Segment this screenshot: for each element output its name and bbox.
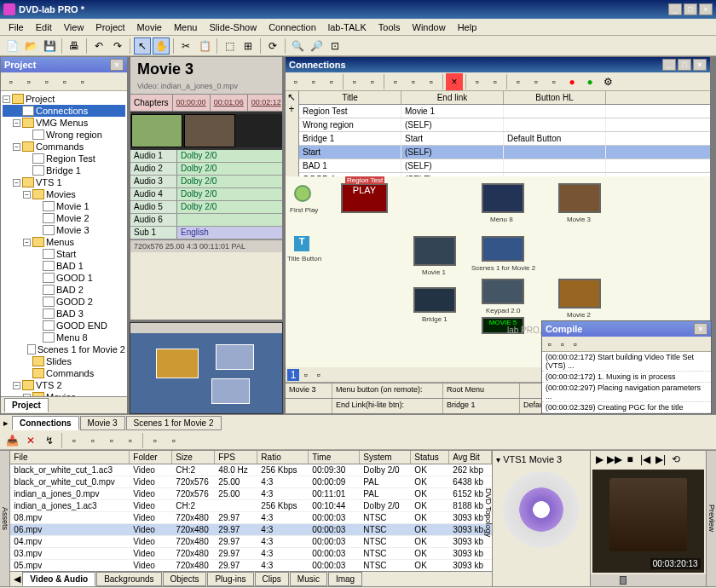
conn-tool[interactable]: ▫ <box>287 73 304 90</box>
movie3-node[interactable] <box>558 183 601 213</box>
tree-item[interactable]: GOOD END <box>3 320 125 331</box>
conn-min-button[interactable]: _ <box>662 59 676 71</box>
conn-tool[interactable]: ▫ <box>487 73 504 90</box>
print-button[interactable]: 🖶 <box>66 37 83 55</box>
stop-button[interactable]: ■ <box>623 453 637 466</box>
movie1-node[interactable] <box>413 236 456 266</box>
asset-row[interactable]: black_or_white_cut_0.mpvVideo720x57625.0… <box>10 476 492 488</box>
project-tree[interactable]: −ProjectConnections−VMG MenusWrong regio… <box>1 91 127 396</box>
col-header[interactable]: Time <box>309 451 360 464</box>
assets-tab[interactable]: Imag <box>328 572 362 586</box>
chapter-3[interactable]: 00:02:12 <box>248 95 286 111</box>
conn-tool[interactable]: ▫ <box>528 73 545 90</box>
tree-item[interactable]: −VTS 1 <box>3 176 125 188</box>
zoom-fit-button[interactable]: ⊡ <box>326 37 344 55</box>
next-button[interactable]: ▶▶ <box>608 453 621 466</box>
assets-tab[interactable]: Clips <box>255 572 289 586</box>
project-tab[interactable]: Project <box>4 398 49 412</box>
col-header[interactable]: Status <box>411 451 449 464</box>
end-button[interactable]: ▶| <box>654 453 667 466</box>
asset-row[interactable]: 05.mpvVideo720x48029.974:300:00:03NTSCOK… <box>10 560 492 571</box>
conn-tool[interactable]: ▫ <box>546 73 563 90</box>
tree-item[interactable]: Bridge 1 <box>3 164 125 176</box>
tree-item[interactable]: −Project <box>3 93 125 105</box>
menu-view[interactable]: View <box>59 20 90 34</box>
menu-slide-show[interactable]: Slide-Show <box>204 20 262 34</box>
prev-button[interactable]: |◀ <box>638 453 652 466</box>
compile-close-icon[interactable]: × <box>694 323 707 335</box>
add-icon[interactable]: + <box>286 103 297 115</box>
keypad-node[interactable] <box>482 279 524 304</box>
asset-tool[interactable]: ▫ <box>84 432 101 449</box>
tree-item[interactable]: Movie 3 <box>3 224 125 236</box>
conn-row[interactable]: Region TestMovie 1 <box>299 105 710 118</box>
region-test-node[interactable]: PLAY <box>341 183 388 213</box>
asset-row[interactable]: 03.mpvVideo720x48029.974:300:00:03NTSCOK… <box>10 548 492 560</box>
hand-tool[interactable]: ✋ <box>153 37 170 55</box>
col-header[interactable]: FPS <box>215 451 257 464</box>
preview-image[interactable]: 00:03:20:13 <box>592 470 704 573</box>
repeat-button[interactable]: ⟲ <box>669 453 683 466</box>
slider-thumb[interactable] <box>620 576 626 585</box>
menu-help[interactable]: Help <box>453 20 482 34</box>
audio-row[interactable]: Audio 3Dolby 2/0 <box>130 176 282 188</box>
conn-tool[interactable]: ▫ <box>346 73 363 90</box>
menu-object-1[interactable] <box>156 349 199 378</box>
asset-tool[interactable]: ▫ <box>147 432 164 449</box>
tool-a[interactable]: ⬚ <box>221 37 238 55</box>
tab-nav-left[interactable]: ◀ <box>14 574 20 585</box>
proj-tool-5[interactable]: ▫ <box>74 73 91 90</box>
asset-delete-button[interactable]: ✕ <box>22 432 39 449</box>
conn-tool[interactable]: ▫ <box>423 73 440 90</box>
proj-tool-4[interactable]: ▫ <box>56 73 73 90</box>
first-play-node[interactable] <box>294 185 311 202</box>
scenes-node[interactable] <box>482 236 524 262</box>
tree-item[interactable]: BAD 1 <box>3 260 125 272</box>
menu-menu[interactable]: Menu <box>169 20 203 34</box>
tree-item[interactable]: BAD 3 <box>3 308 125 320</box>
compile-log[interactable]: (00:00:02:172) Start building Video Titl… <box>542 352 711 413</box>
col-header[interactable]: File <box>10 451 130 464</box>
chapter-2[interactable]: 00:01:06 <box>211 95 248 111</box>
tree-item[interactable]: Movie 1 <box>3 200 125 212</box>
conn-tool[interactable]: ▫ <box>387 73 404 90</box>
audio-row[interactable]: Audio 2Dolby 2/0 <box>130 163 282 176</box>
proj-tool-3[interactable]: ▫ <box>38 73 55 90</box>
col-title[interactable]: Title <box>299 91 401 104</box>
chapter-1[interactable]: 00:00:00 <box>173 95 211 111</box>
asset-tool[interactable]: ▫ <box>165 432 182 449</box>
tree-item[interactable]: −Menus <box>3 236 125 248</box>
conn-tool[interactable]: ▫ <box>510 73 527 90</box>
asset-tool[interactable]: ▫ <box>66 432 83 449</box>
col-header[interactable]: Ratio <box>257 451 309 464</box>
compile-tool[interactable]: ▫ <box>544 338 556 350</box>
asset-tool[interactable]: ↯ <box>41 432 58 449</box>
conn-tool[interactable]: ▫ <box>469 73 486 90</box>
film-frame[interactable] <box>131 114 182 147</box>
canvas-tool[interactable]: ▫ <box>313 369 325 381</box>
menu-project[interactable]: Project <box>90 20 130 34</box>
zoom-in-button[interactable]: 🔍 <box>289 37 306 55</box>
menu-object-3[interactable] <box>211 378 250 404</box>
conn-max-button[interactable]: □ <box>678 59 691 71</box>
tree-item[interactable]: Commands <box>3 367 125 379</box>
menu-file[interactable]: File <box>3 20 29 34</box>
tab-scenes[interactable]: Scenes 1 for Movie 2 <box>126 416 222 430</box>
conn-tool[interactable]: ● <box>563 73 580 90</box>
col-endlink[interactable]: End link <box>401 91 504 104</box>
maximize-button[interactable]: □ <box>684 3 697 15</box>
audio-row[interactable]: Audio 6 <box>130 214 282 227</box>
tree-item[interactable]: Start <box>3 248 125 260</box>
col-header[interactable]: Folder <box>130 451 172 464</box>
compile-title[interactable]: Compile × <box>542 321 711 337</box>
connections-title[interactable]: Connections _ □ × <box>286 57 710 72</box>
conn-tool[interactable]: ▫ <box>323 73 340 90</box>
minimize-button[interactable]: _ <box>668 3 682 15</box>
preview-slider[interactable] <box>591 574 706 586</box>
subtitle-row[interactable]: Sub 1 English <box>130 227 282 239</box>
disc-graphic[interactable] <box>503 471 580 548</box>
conn-row[interactable]: Start(SELF) <box>299 146 710 159</box>
bridge1-node[interactable] <box>413 287 456 313</box>
asset-tool[interactable]: ▫ <box>103 432 120 449</box>
asset-row[interactable]: black_or_white_cut_1.ac3VideoCH:248.0 Hz… <box>10 464 492 476</box>
